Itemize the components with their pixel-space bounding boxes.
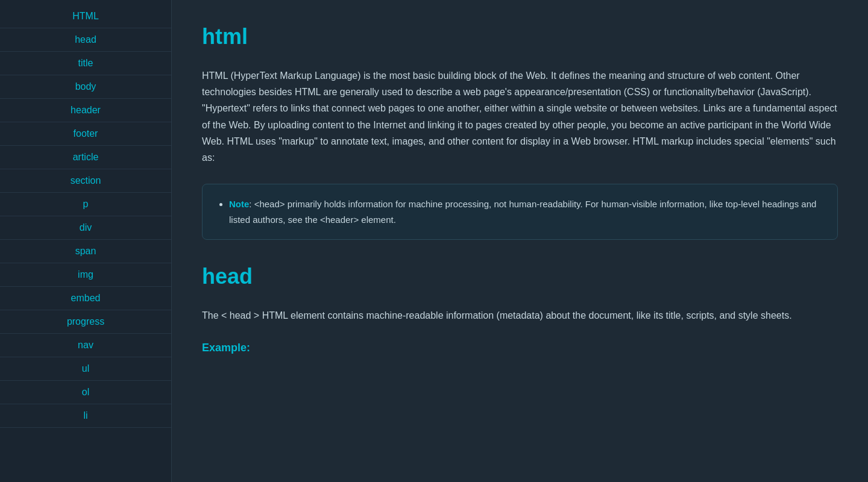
head-section-title: head [202, 264, 838, 289]
html-section-description: HTML (HyperText Markup Language) is the … [202, 67, 838, 166]
sidebar-item-article[interactable]: article [0, 146, 171, 169]
sidebar-item-nav[interactable]: nav [0, 334, 171, 357]
html-section-title: html [202, 24, 838, 49]
note-list-item: Note: <head> primarily holds information… [229, 196, 823, 227]
sidebar-item-ol[interactable]: ol [0, 381, 171, 404]
note-text: : <head> primarily holds information for… [229, 199, 816, 225]
sidebar-item-img[interactable]: img [0, 263, 171, 287]
sidebar-item-li[interactable]: li [0, 404, 171, 428]
note-label: Note [229, 199, 249, 209]
head-section: head The < head > HTML element contains … [202, 264, 838, 354]
sidebar-item-embed[interactable]: embed [0, 287, 171, 310]
main-content: html HTML (HyperText Markup Language) is… [172, 0, 868, 482]
sidebar-item-footer[interactable]: footer [0, 122, 171, 146]
sidebar-item-p[interactable]: p [0, 193, 171, 216]
sidebar-item-progress[interactable]: progress [0, 310, 171, 334]
example-label: Example: [202, 342, 838, 354]
sidebar-item-body[interactable]: body [0, 75, 171, 99]
sidebar-item-div[interactable]: div [0, 216, 171, 240]
sidebar-item-section[interactable]: section [0, 169, 171, 193]
head-section-description: The < head > HTML element contains machi… [202, 307, 838, 324]
sidebar-item-ul[interactable]: ul [0, 357, 171, 381]
note-box: Note: <head> primarily holds information… [202, 184, 838, 240]
html-section: html HTML (HyperText Markup Language) is… [202, 24, 838, 240]
sidebar: HTMLheadtitlebodyheaderfooterarticlesect… [0, 0, 172, 482]
sidebar-item-title[interactable]: title [0, 52, 171, 75]
sidebar-item-header[interactable]: header [0, 99, 171, 122]
sidebar-item-span[interactable]: span [0, 240, 171, 263]
sidebar-item-head[interactable]: head [0, 28, 171, 52]
sidebar-item-html[interactable]: HTML [0, 5, 171, 28]
